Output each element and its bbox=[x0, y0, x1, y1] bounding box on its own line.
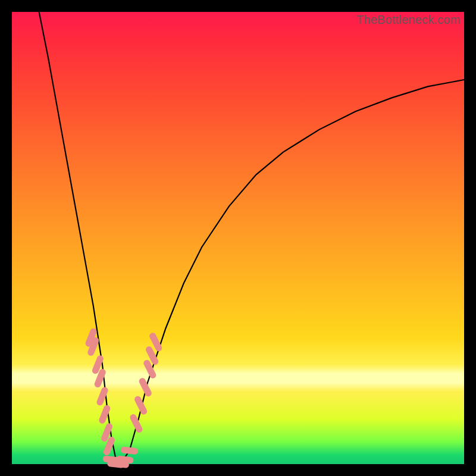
chart-frame: TheBottleneck.com bbox=[12, 12, 464, 464]
sample-markers bbox=[89, 331, 159, 465]
marker-dash bbox=[107, 440, 111, 452]
marker-dash bbox=[106, 459, 117, 460]
chart-svg bbox=[12, 12, 464, 464]
marker-dash bbox=[120, 459, 130, 460]
watermark-text: TheBottleneck.com bbox=[356, 13, 461, 27]
marker-dash bbox=[98, 372, 102, 384]
marker-dash bbox=[100, 390, 105, 402]
marker-dash bbox=[147, 363, 153, 375]
marker-dash bbox=[95, 359, 100, 371]
marker-dash bbox=[149, 350, 155, 362]
marker-dash bbox=[91, 340, 96, 352]
marker-dash bbox=[102, 408, 107, 420]
marker-dash bbox=[124, 450, 135, 451]
marker-dash bbox=[105, 427, 109, 439]
marker-dash bbox=[153, 336, 159, 348]
marker-dash bbox=[115, 464, 126, 465]
